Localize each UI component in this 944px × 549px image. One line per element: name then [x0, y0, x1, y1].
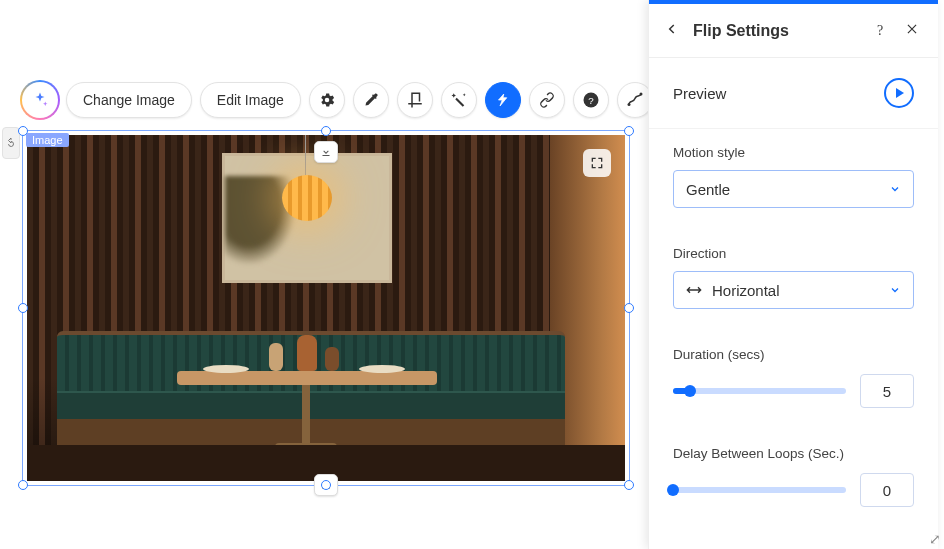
resize-handle-mr[interactable]	[624, 303, 634, 313]
delay-section: Delay Between Loops (Sec.) 0	[649, 430, 938, 529]
delay-value: 0	[883, 482, 891, 499]
chevron-down-icon	[889, 282, 901, 299]
preview-label: Preview	[673, 85, 726, 102]
ai-tools-button[interactable]	[22, 82, 58, 118]
expand-image-button[interactable]	[583, 149, 611, 177]
image-content	[27, 135, 625, 481]
delay-input[interactable]: 0	[860, 473, 914, 507]
panel-header: Flip Settings ?	[649, 4, 938, 58]
direction-section: Direction Horizontal	[649, 230, 938, 331]
delay-slider[interactable]	[673, 487, 846, 493]
selection-outline: Image	[22, 130, 630, 486]
delay-label: Delay Between Loops (Sec.)	[673, 446, 914, 461]
animations-button[interactable]	[485, 82, 521, 118]
resize-handle-br[interactable]	[624, 480, 634, 490]
direction-value: Horizontal	[712, 282, 780, 299]
color-dropper-button[interactable]	[353, 82, 389, 118]
download-top-button[interactable]	[314, 141, 338, 163]
horizontal-icon	[686, 282, 702, 299]
resize-handle-tl[interactable]	[18, 126, 28, 136]
change-image-button[interactable]: Change Image	[66, 82, 192, 118]
duration-value: 5	[883, 383, 891, 400]
direction-label: Direction	[673, 246, 914, 261]
panel-close-button[interactable]	[902, 22, 922, 39]
direction-select[interactable]: Horizontal	[673, 271, 914, 309]
motion-style-section: Motion style Gentle	[649, 129, 938, 230]
flip-settings-panel: Flip Settings ? Preview Motion style Gen…	[648, 0, 938, 549]
magic-wand-button[interactable]	[441, 82, 477, 118]
duration-label: Duration (secs)	[673, 347, 914, 362]
delay-slider-thumb[interactable]	[667, 484, 679, 496]
duration-section: Duration (secs) 5	[649, 331, 938, 430]
preview-play-button[interactable]	[884, 78, 914, 108]
motion-style-select[interactable]: Gentle	[673, 170, 914, 208]
motion-style-label: Motion style	[673, 145, 914, 160]
motion-style-value: Gentle	[686, 181, 730, 198]
resize-handle-bm[interactable]	[321, 480, 331, 490]
image-toolbar: Change Image Edit Image ?	[22, 82, 653, 118]
link-button[interactable]	[529, 82, 565, 118]
edit-image-button[interactable]: Edit Image	[200, 82, 301, 118]
duration-slider-thumb[interactable]	[684, 385, 696, 397]
settings-button[interactable]	[309, 82, 345, 118]
canvas-selection[interactable]: Image	[22, 130, 630, 486]
chevron-down-icon	[889, 181, 901, 198]
duration-input[interactable]: 5	[860, 374, 914, 408]
play-icon	[896, 88, 904, 98]
edit-image-label: Edit Image	[217, 92, 284, 108]
back-button[interactable]	[665, 22, 679, 39]
panel-title: Flip Settings	[693, 22, 870, 40]
change-image-label: Change Image	[83, 92, 175, 108]
panel-help-button[interactable]: ?	[870, 23, 890, 39]
svg-text:?: ?	[588, 95, 594, 106]
selected-image[interactable]	[27, 135, 625, 481]
resize-handle-tr[interactable]	[624, 126, 634, 136]
resize-handle-bl[interactable]	[18, 480, 28, 490]
resize-handle-ml[interactable]	[18, 303, 28, 313]
duration-slider[interactable]	[673, 388, 846, 394]
crop-button[interactable]	[397, 82, 433, 118]
svg-point-2	[627, 103, 630, 106]
preview-row: Preview	[649, 58, 938, 129]
svg-point-3	[639, 93, 642, 96]
element-type-tag: Image	[26, 133, 69, 147]
resize-handle-tm[interactable]	[321, 126, 331, 136]
help-button[interactable]: ?	[573, 82, 609, 118]
